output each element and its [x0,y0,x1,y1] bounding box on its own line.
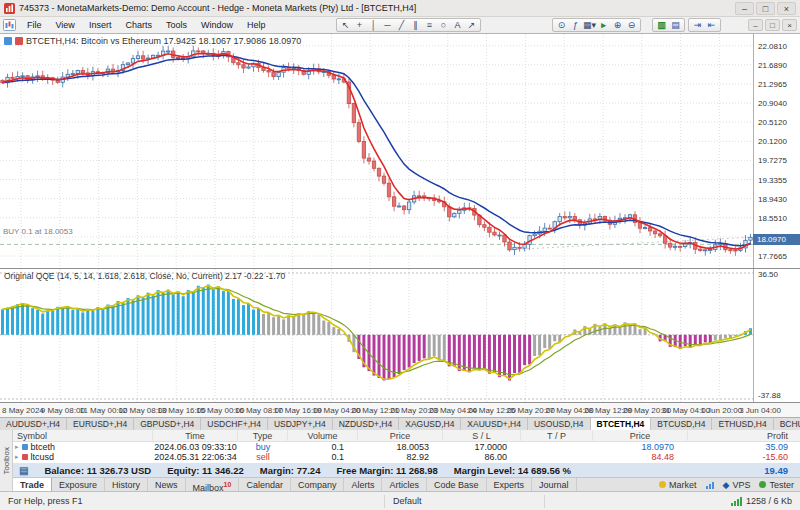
column-volume[interactable]: Volume [288,430,358,442]
menu-insert[interactable]: Insert [82,19,119,31]
tab-news[interactable]: News [148,478,186,491]
price-tick: 18.9430 [758,195,787,204]
vertical-line-icon[interactable]: │ [367,19,380,31]
menu-tools[interactable]: Tools [159,19,194,31]
tab-alerts[interactable]: Alerts [344,478,382,491]
price-tick: 21.6890 [758,61,787,70]
trade-symbol-cell[interactable]: ▸ btceth [13,442,153,452]
menu-window[interactable]: Window [194,19,240,31]
tab-code-base[interactable]: Code Base [427,478,487,491]
auto-scroll-icon[interactable]: ⇥ [691,19,704,31]
child-restore-button[interactable]: □ [765,19,780,31]
column-tp[interactable]: T / P [521,430,593,442]
column-type[interactable]: Type [238,430,288,442]
column-price-open[interactable]: Price [358,430,443,442]
symbol-tab-bchusd[interactable]: BCHUSD,H4 [774,418,800,430]
symbol-tab-usdjpy[interactable]: USDJPY+,H4 [268,418,333,430]
symbol-tab-usousd[interactable]: USOUSD,H4 [528,418,591,430]
indicator-scale[interactable]: 36.50 -37.88 [753,269,800,403]
tab-calendar[interactable]: Calendar [239,478,291,491]
menu-file[interactable]: File [20,19,49,31]
clock-icon[interactable]: ⊙ [555,19,568,31]
symbol-tab-ethusd[interactable]: ETHUSD,H4 [712,418,773,430]
tester-link[interactable]: Tester [759,480,794,490]
connection-bars-icon[interactable] [731,496,742,506]
trade-symbol-cell[interactable]: ▸ ltcusd [13,452,153,462]
minimize-button[interactable]: – [735,2,754,15]
trade-profit: -15.60 [688,452,800,462]
indicators-icon[interactable]: ƒ [569,19,582,31]
time-axis-label: 1 Jun 20:00 [700,406,742,415]
tab-experts[interactable]: Experts [487,478,533,491]
sell-direction-icon [22,454,28,460]
chart-shift-icon[interactable]: ⇤ [705,19,718,31]
symbol-tab-gbpusd[interactable]: GBPUSD+,H4 [134,418,201,430]
tile-windows-icon[interactable]: ▤ [669,19,682,31]
arrow-object-icon[interactable]: ↗ [465,19,478,31]
trade-row-btceth[interactable]: ▸ btceth 2024.06.03 09:33:10 buy 0.1 18.… [13,442,800,452]
symbol-tab-btcusd[interactable]: BTCUSD,H4 [651,418,712,430]
market-link[interactable]: Market [659,480,697,490]
symbol-tab-nzdusd[interactable]: NZDUSD+,H4 [333,418,400,430]
indicator-scale-top: 36.50 [758,270,778,279]
toolbox-strip[interactable]: Toolbox [0,430,13,491]
zoom-in-icon[interactable]: ⊕ [611,19,624,31]
child-close-button[interactable]: × [782,19,797,31]
crosshair-icon[interactable]: + [353,19,366,31]
tab-trade[interactable]: Trade [13,478,52,491]
menu-charts[interactable]: Charts [118,19,159,31]
column-symbol[interactable]: Symbol [13,430,153,442]
connection-traffic[interactable]: 1258 / 6 Kb [746,496,792,506]
tab-journal[interactable]: Journal [532,478,577,491]
new-chart-icon[interactable]: ▥ [655,19,668,31]
horizontal-line-icon[interactable]: ─ [381,19,394,31]
column-profit[interactable]: Profit [688,430,800,442]
column-time[interactable]: Time [153,430,238,442]
trade-table-header: Symbol Time Type Volume Price S / L T / … [13,430,800,442]
tab-history[interactable]: History [105,478,148,491]
price-chart[interactable] [0,34,753,269]
menu-help[interactable]: Help [240,19,273,31]
child-minimize-button[interactable]: – [748,19,763,31]
menu-view[interactable]: View [49,19,82,31]
total-profit-value: 19.49 [764,465,800,476]
algo-trading-icon[interactable]: ▸ [597,19,610,31]
tab-articles[interactable]: Articles [382,478,427,491]
ellipse-icon[interactable]: ○ [437,19,450,31]
price-tick: 19.7275 [758,156,787,165]
symbol-tab-usdchf[interactable]: USDCHF+,H4 [201,418,268,430]
trade-symbol: ltcusd [31,452,55,462]
zoom-out-icon[interactable]: ⊖ [625,19,638,31]
chart-window-icon[interactable] [3,19,16,31]
tester-icon [759,481,766,488]
text-icon[interactable]: A [451,19,464,31]
trade-volume: 0.1 [288,452,358,462]
trendline-icon[interactable]: ╱ [395,19,408,31]
restore-button[interactable]: □ [756,2,775,15]
column-price-current[interactable]: Price [593,430,688,442]
tab-exposure[interactable]: Exposure [52,478,105,491]
expand-icon[interactable]: ▸ [15,442,19,452]
column-sl[interactable]: S / L [443,430,521,442]
trade-row-ltcusd[interactable]: ▸ ltcusd 2024.05.31 22:06:34 sell 0.1 82… [13,452,800,462]
status-profile[interactable]: Default [385,495,545,508]
fibonacci-icon[interactable]: ≡ [423,19,436,31]
tab-company[interactable]: Company [291,478,345,491]
time-axis[interactable]: 8 May 20249 May 08:0011 May 00:0012 May … [0,402,800,417]
signals-icon[interactable] [706,481,714,489]
symbol-tab-xauusd[interactable]: XAUUSD+,H4 [461,418,528,430]
vps-link[interactable]: ◆VPS [723,480,751,490]
close-button[interactable]: × [777,2,796,15]
symbol-tab-btceth[interactable]: BTCETH,H4 [591,418,652,430]
price-chart-area: 22.081021.689021.296520.904020.512020.12… [0,33,800,268]
cursor-icon[interactable]: ↖ [339,19,352,31]
symbol-tab-audusd[interactable]: AUDUSD+,H4 [0,418,67,430]
tab-mailbox[interactable]: Mailbox10 [186,478,240,491]
expand-icon[interactable]: ▸ [15,452,19,462]
symbol-tab-xagusd[interactable]: XAGUSD,H4 [399,418,461,430]
channel-icon[interactable]: ∥ [409,19,422,31]
symbol-tab-eurusd[interactable]: EURUSD+,H4 [67,418,134,430]
indicator-chart[interactable] [0,269,753,403]
templates-icon[interactable]: ▦▾ [583,19,596,31]
titlebar: 745373 - MonetaMarkets-Demo: Demo Accoun… [0,0,800,17]
